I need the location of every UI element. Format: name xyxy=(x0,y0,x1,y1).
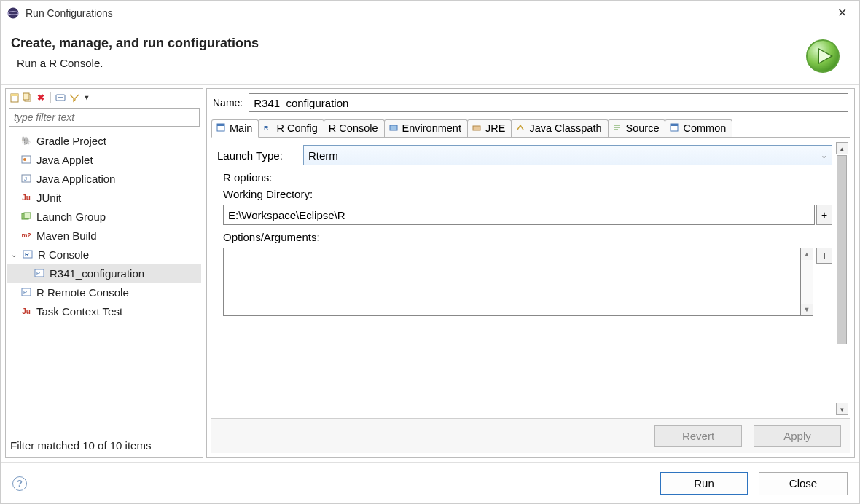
svg-rect-27 xyxy=(473,126,480,130)
svg-rect-6 xyxy=(11,94,18,96)
working-dir-input[interactable] xyxy=(223,205,815,225)
working-dir-browse-button[interactable]: + xyxy=(816,205,832,225)
titlebar: Run Configurations ✕ xyxy=(1,1,859,25)
r-config-tab-icon: R xyxy=(263,123,273,133)
r-config-launch-icon: R xyxy=(34,267,45,279)
svg-text:J: J xyxy=(24,176,27,182)
toolbar-dropdown-icon[interactable]: ▼ xyxy=(81,92,93,103)
name-input[interactable] xyxy=(249,93,848,112)
options-args-label: Options/Arguments: xyxy=(223,231,834,243)
filter-status: Filter matched 10 of 10 items xyxy=(6,435,203,457)
tree-item-r341-configuration[interactable]: RR341_configuration xyxy=(7,264,201,283)
config-tree[interactable]: 🐘Gradle Project Java Applet JJava Applic… xyxy=(6,128,203,435)
new-config-icon[interactable] xyxy=(9,92,20,103)
tab-java-classpath[interactable]: Java Classpath xyxy=(511,119,608,137)
tab-r-config[interactable]: RR Config xyxy=(258,119,324,137)
options-args-textarea[interactable] xyxy=(223,248,801,316)
classpath-tab-icon xyxy=(516,123,526,133)
launch-type-select[interactable]: Rterm ⌄ xyxy=(303,145,832,165)
tree-item-junit[interactable]: JuJUnit xyxy=(7,188,201,207)
textarea-scrollbar[interactable]: ▲ ▼ xyxy=(801,248,813,316)
svg-text:R: R xyxy=(25,251,29,258)
config-editor-panel: Name: Main RR Config R Console Environme… xyxy=(206,88,855,458)
svg-rect-26 xyxy=(390,125,397,130)
tree-item-maven-build[interactable]: m2Maven Build xyxy=(7,226,201,245)
header-title: Create, manage, and run configurations xyxy=(11,36,804,51)
configurations-panel: ✖ ▼ 🐘Gradle Project Java Applet JJava Ap… xyxy=(5,88,203,458)
close-button[interactable]: Close xyxy=(759,472,848,495)
r-remote-icon: R xyxy=(20,286,32,298)
panel-scrollbar[interactable]: ▴ ▾ xyxy=(835,142,848,415)
dialog-header: Create, manage, and run configurations R… xyxy=(1,25,859,84)
applet-icon xyxy=(20,154,32,165)
revert-button[interactable]: Revert xyxy=(654,425,742,447)
junit-icon: Ju xyxy=(20,192,32,203)
run-button[interactable]: Run xyxy=(660,472,748,495)
maven-icon: m2 xyxy=(20,229,32,241)
common-tab-icon xyxy=(670,123,680,133)
svg-point-12 xyxy=(23,158,26,161)
close-icon[interactable]: ✕ xyxy=(830,6,853,20)
source-tab-icon xyxy=(613,123,623,133)
r-options-label: R options: xyxy=(223,171,834,184)
editor-footer: Revert Apply xyxy=(211,418,850,453)
filter-icon[interactable] xyxy=(68,92,79,103)
expander-icon[interactable]: ⌄ xyxy=(10,251,17,259)
scroll-down-icon[interactable]: ▼ xyxy=(801,304,813,315)
delete-config-icon[interactable]: ✖ xyxy=(35,92,47,103)
chevron-down-icon: ⌄ xyxy=(821,151,827,160)
svg-text:R: R xyxy=(36,271,40,276)
form-area: Launch Type: Rterm ⌄ R options: Working … xyxy=(211,137,850,415)
name-label: Name: xyxy=(213,97,243,109)
duplicate-config-icon[interactable] xyxy=(22,92,34,103)
dialog-footer: ? Run Close xyxy=(1,462,859,503)
options-args-variables-button[interactable]: + xyxy=(816,248,832,264)
tree-item-java-applet[interactable]: Java Applet xyxy=(7,150,201,169)
scroll-up-icon[interactable]: ▲ xyxy=(801,248,813,260)
svg-point-0 xyxy=(8,7,19,18)
toolbar-separator xyxy=(50,92,51,103)
tree-item-gradle-project[interactable]: 🐘Gradle Project xyxy=(7,131,201,150)
left-toolbar: ✖ ▼ xyxy=(6,89,203,106)
svg-text:R: R xyxy=(264,125,269,132)
svg-rect-8 xyxy=(23,93,29,100)
eclipse-app-icon xyxy=(7,7,20,20)
tab-bar: Main RR Config R Console Environment JRE… xyxy=(207,115,854,137)
main-split: ✖ ▼ 🐘Gradle Project Java Applet JJava Ap… xyxy=(1,84,859,462)
help-icon[interactable]: ? xyxy=(12,476,27,491)
tree-item-r-console[interactable]: ⌄RR Console xyxy=(7,245,201,264)
gradle-icon: 🐘 xyxy=(20,135,32,146)
svg-rect-24 xyxy=(217,124,224,126)
tab-main[interactable]: Main xyxy=(211,119,259,138)
scroll-up-icon[interactable]: ▴ xyxy=(836,142,848,154)
main-tab-icon xyxy=(216,123,227,133)
scroll-down-icon[interactable]: ▾ xyxy=(836,403,848,415)
launch-type-value: Rterm xyxy=(308,149,338,162)
svg-rect-16 xyxy=(24,213,31,218)
tree-item-r-remote-console[interactable]: RR Remote Console xyxy=(7,283,201,302)
window-title: Run Configurations xyxy=(26,7,830,19)
java-app-icon: J xyxy=(20,173,32,184)
tree-item-task-context-test[interactable]: JuTask Context Test xyxy=(7,302,201,320)
tree-item-java-application[interactable]: JJava Application xyxy=(7,169,201,188)
scroll-thumb[interactable] xyxy=(837,155,847,344)
task-test-icon: Ju xyxy=(20,305,32,317)
svg-text:R: R xyxy=(23,290,27,295)
environment-tab-icon xyxy=(389,123,399,133)
tab-environment[interactable]: Environment xyxy=(384,119,468,137)
tab-jre[interactable]: JRE xyxy=(467,119,512,137)
filter-input[interactable] xyxy=(9,108,200,127)
jre-tab-icon xyxy=(472,123,482,133)
tab-r-console[interactable]: R Console xyxy=(324,119,385,137)
launch-group-icon xyxy=(20,210,32,222)
tab-common[interactable]: Common xyxy=(665,119,732,137)
header-subtitle: Run a R Console. xyxy=(17,57,804,69)
apply-button[interactable]: Apply xyxy=(754,425,841,447)
r-console-icon: R xyxy=(22,248,34,260)
svg-rect-32 xyxy=(671,124,678,126)
working-dir-label: Working Directory: xyxy=(223,188,834,200)
run-play-icon xyxy=(804,37,842,77)
tree-item-launch-group[interactable]: Launch Group xyxy=(7,207,201,226)
collapse-all-icon[interactable] xyxy=(55,92,66,103)
tab-source[interactable]: Source xyxy=(608,119,666,137)
